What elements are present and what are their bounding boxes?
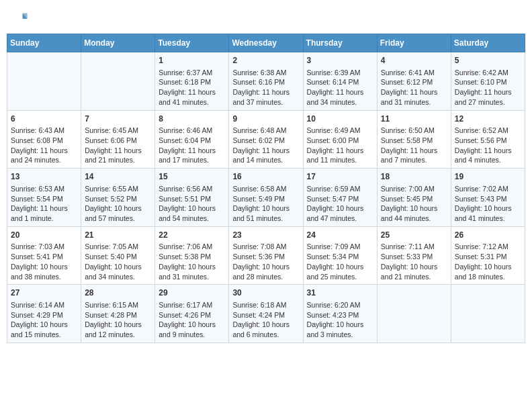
day-content: Sunset: 5:51 PM [159,194,225,204]
calendar-cell: 24Sunrise: 7:09 AMSunset: 5:34 PMDayligh… [303,226,377,285]
calendar-cell [451,285,525,343]
day-content: Sunrise: 6:55 AM [85,184,151,194]
day-content: Daylight: 11 hours and 14 minutes. [232,146,299,165]
day-content: Sunrise: 7:06 AM [159,242,225,252]
calendar-header: SundayMondayTuesdayWednesdayThursdayFrid… [7,34,525,52]
day-number: 23 [232,230,299,241]
day-content: Sunset: 5:34 PM [307,252,373,262]
calendar-cell: 11Sunrise: 6:50 AMSunset: 5:58 PMDayligh… [377,110,451,169]
day-number: 21 [85,230,151,241]
day-number: 2 [232,55,299,66]
day-content: Daylight: 10 hours and 34 minutes. [85,262,151,281]
day-content: Daylight: 10 hours and 28 minutes. [232,262,299,281]
day-number: 31 [307,287,373,299]
calendar-cell: 1Sunrise: 6:37 AMSunset: 6:18 PMDaylight… [155,52,229,111]
day-content: Sunset: 4:28 PM [85,310,151,320]
day-number: 19 [455,171,521,183]
day-content: Sunrise: 6:39 AM [307,68,373,78]
day-content: Daylight: 10 hours and 47 minutes. [307,203,373,223]
day-content: Sunset: 6:02 PM [232,136,299,146]
day-content: Sunset: 6:12 PM [381,77,447,87]
day-header-monday: Monday [81,34,155,52]
day-content: Sunrise: 6:42 AM [455,68,521,78]
calendar-cell: 13Sunrise: 6:53 AMSunset: 5:54 PMDayligh… [7,169,81,227]
day-content: Sunrise: 6:59 AM [307,184,373,194]
day-content: Daylight: 11 hours and 17 minutes. [159,146,225,165]
logo-icon [9,9,28,28]
day-content: Sunrise: 6:46 AM [159,126,225,136]
day-content: Sunrise: 6:48 AM [232,126,299,136]
day-header-row: SundayMondayTuesdayWednesdayThursdayFrid… [7,34,525,52]
day-number: 25 [381,230,447,241]
day-content: Sunrise: 7:08 AM [232,242,299,252]
day-content: Sunrise: 6:52 AM [455,126,521,136]
day-content: Daylight: 10 hours and 18 minutes. [455,262,521,281]
day-number: 4 [381,55,447,66]
day-content: Sunrise: 7:00 AM [381,184,447,194]
calendar-cell: 28Sunrise: 6:15 AMSunset: 4:28 PMDayligh… [81,285,155,343]
day-content: Sunrise: 6:43 AM [11,126,77,136]
day-number: 10 [307,113,373,125]
day-content: Daylight: 10 hours and 3 minutes. [307,320,373,339]
calendar-cell: 2Sunrise: 6:38 AMSunset: 6:16 PMDaylight… [229,52,303,111]
day-content: Sunset: 6:10 PM [455,77,521,87]
day-content: Sunrise: 7:11 AM [381,242,447,252]
day-content: Daylight: 10 hours and 57 minutes. [85,203,151,223]
calendar-cell: 29Sunrise: 6:17 AMSunset: 4:26 PMDayligh… [155,285,229,343]
day-content: Daylight: 10 hours and 15 minutes. [11,320,77,339]
day-content: Sunrise: 6:50 AM [381,126,447,136]
day-number: 1 [159,55,225,66]
day-content: Sunset: 6:14 PM [307,77,373,87]
calendar-cell: 19Sunrise: 7:02 AMSunset: 5:43 PMDayligh… [451,169,525,227]
day-content: Sunrise: 7:03 AM [11,242,77,252]
day-content: Daylight: 11 hours and 1 minute. [11,203,77,223]
day-content: Sunset: 5:43 PM [455,194,521,204]
day-header-saturday: Saturday [451,34,525,52]
day-header-friday: Friday [377,34,451,52]
day-number: 6 [11,113,77,125]
day-content: Daylight: 11 hours and 7 minutes. [381,146,447,165]
day-content: Daylight: 10 hours and 25 minutes. [307,262,373,281]
week-row-1: 1Sunrise: 6:37 AMSunset: 6:18 PMDaylight… [7,52,525,111]
day-content: Daylight: 10 hours and 41 minutes. [455,203,521,223]
day-content: Sunset: 5:58 PM [381,136,447,146]
day-content: Daylight: 11 hours and 41 minutes. [159,87,225,107]
calendar-cell: 17Sunrise: 6:59 AMSunset: 5:47 PMDayligh… [303,169,377,227]
calendar-cell: 14Sunrise: 6:55 AMSunset: 5:52 PMDayligh… [81,169,155,227]
day-content: Daylight: 10 hours and 9 minutes. [159,320,225,339]
day-content: Sunset: 6:04 PM [159,136,225,146]
day-number: 26 [455,230,521,241]
calendar-cell: 3Sunrise: 6:39 AMSunset: 6:14 PMDaylight… [303,52,377,111]
week-row-5: 27Sunrise: 6:14 AMSunset: 4:29 PMDayligh… [7,285,525,343]
day-content: Daylight: 10 hours and 38 minutes. [11,262,77,281]
day-number: 28 [85,287,151,299]
page-header [7,7,525,28]
calendar-cell: 18Sunrise: 7:00 AMSunset: 5:45 PMDayligh… [377,169,451,227]
day-content: Sunrise: 7:09 AM [307,242,373,252]
day-content: Daylight: 10 hours and 6 minutes. [232,320,299,339]
day-content: Sunset: 5:31 PM [455,252,521,262]
day-number: 16 [232,171,299,183]
day-content: Daylight: 11 hours and 4 minutes. [455,146,521,165]
calendar-body: 1Sunrise: 6:37 AMSunset: 6:18 PMDaylight… [7,52,525,343]
calendar-cell: 12Sunrise: 6:52 AMSunset: 5:56 PMDayligh… [451,110,525,169]
calendar-cell: 9Sunrise: 6:48 AMSunset: 6:02 PMDaylight… [229,110,303,169]
day-content: Sunrise: 7:12 AM [455,242,521,252]
calendar-cell: 30Sunrise: 6:18 AMSunset: 4:24 PMDayligh… [229,285,303,343]
day-number: 17 [307,171,373,183]
day-content: Sunset: 5:36 PM [232,252,299,262]
day-number: 8 [159,113,225,125]
calendar-cell: 8Sunrise: 6:46 AMSunset: 6:04 PMDaylight… [155,110,229,169]
day-content: Sunset: 6:18 PM [159,77,225,87]
day-content: Daylight: 11 hours and 11 minutes. [307,146,373,165]
day-content: Sunrise: 6:53 AM [11,184,77,194]
calendar-cell: 4Sunrise: 6:41 AMSunset: 6:12 PMDaylight… [377,52,451,111]
day-content: Daylight: 11 hours and 27 minutes. [455,87,521,107]
day-header-sunday: Sunday [7,34,81,52]
day-number: 15 [159,171,225,183]
day-content: Sunset: 4:29 PM [11,310,77,320]
day-content: Sunset: 5:33 PM [381,252,447,262]
day-content: Sunset: 5:52 PM [85,194,151,204]
day-content: Daylight: 10 hours and 21 minutes. [381,262,447,281]
day-content: Sunset: 5:56 PM [455,136,521,146]
